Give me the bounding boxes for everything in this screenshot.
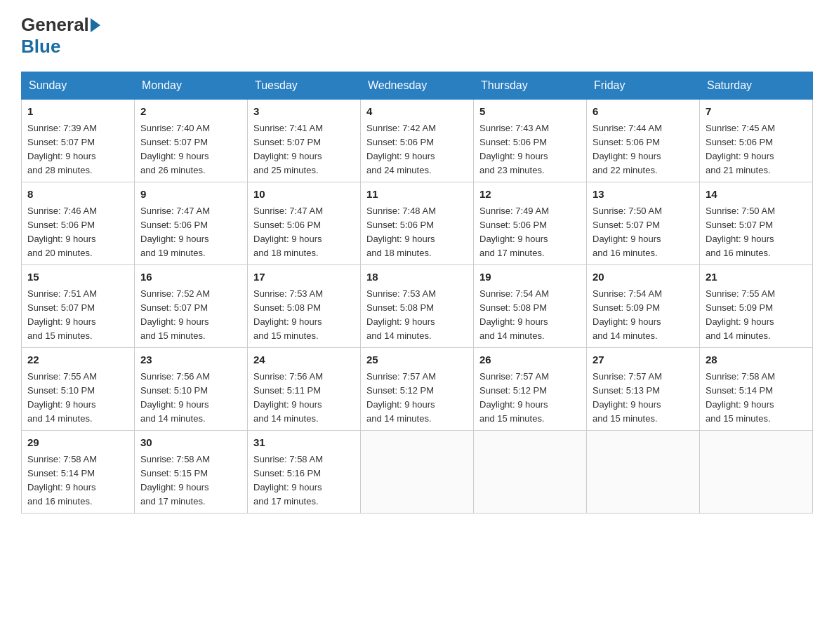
calendar-cell (474, 431, 587, 514)
day-number: 14 (706, 187, 807, 203)
calendar-cell: 12 Sunrise: 7:49 AMSunset: 5:06 PMDaylig… (474, 182, 587, 265)
calendar-cell: 23 Sunrise: 7:56 AMSunset: 5:10 PMDaylig… (135, 348, 248, 431)
calendar-table: SundayMondayTuesdayWednesdayThursdayFrid… (21, 72, 813, 514)
day-number: 18 (366, 269, 468, 286)
calendar-cell: 30 Sunrise: 7:58 AMSunset: 5:15 PMDaylig… (135, 431, 248, 514)
day-number: 19 (479, 269, 581, 286)
day-info: Sunrise: 7:53 AMSunset: 5:08 PMDaylight:… (366, 288, 436, 341)
calendar-cell: 13 Sunrise: 7:50 AMSunset: 5:07 PMDaylig… (587, 182, 700, 265)
day-number: 30 (140, 435, 241, 451)
calendar-cell: 7 Sunrise: 7:45 AMSunset: 5:06 PMDayligh… (700, 100, 813, 182)
logo-blue-text: Blue (21, 36, 60, 58)
weekday-header-saturday: Saturday (700, 72, 813, 100)
calendar-cell: 19 Sunrise: 7:54 AMSunset: 5:08 PMDaylig… (474, 265, 587, 348)
calendar-cell: 24 Sunrise: 7:56 AMSunset: 5:11 PMDaylig… (248, 348, 361, 431)
day-number: 1 (27, 104, 128, 120)
day-number: 17 (253, 269, 355, 286)
calendar-cell: 10 Sunrise: 7:47 AMSunset: 5:06 PMDaylig… (248, 182, 361, 265)
weekday-header-friday: Friday (587, 72, 700, 100)
day-info: Sunrise: 7:56 AMSunset: 5:10 PMDaylight:… (140, 371, 210, 424)
calendar-cell (587, 431, 700, 514)
day-info: Sunrise: 7:55 AMSunset: 5:10 PMDaylight:… (27, 371, 97, 424)
day-info: Sunrise: 7:55 AMSunset: 5:09 PMDaylight:… (706, 288, 775, 341)
day-info: Sunrise: 7:51 AMSunset: 5:07 PMDaylight:… (27, 288, 97, 341)
day-info: Sunrise: 7:49 AMSunset: 5:06 PMDaylight:… (479, 206, 549, 258)
day-info: Sunrise: 7:50 AMSunset: 5:07 PMDaylight:… (706, 206, 775, 258)
calendar-cell (700, 431, 813, 514)
day-number: 12 (479, 187, 581, 203)
calendar-week-2: 8 Sunrise: 7:46 AMSunset: 5:06 PMDayligh… (22, 182, 813, 265)
day-number: 26 (479, 352, 581, 368)
calendar-cell: 25 Sunrise: 7:57 AMSunset: 5:12 PMDaylig… (361, 348, 474, 431)
day-number: 13 (593, 187, 694, 203)
day-number: 7 (706, 104, 807, 120)
day-info: Sunrise: 7:53 AMSunset: 5:08 PMDaylight:… (253, 288, 323, 341)
day-number: 21 (706, 269, 807, 286)
logo-general-text: General (21, 14, 89, 36)
weekday-header-monday: Monday (135, 72, 248, 100)
weekday-header-thursday: Thursday (474, 72, 587, 100)
day-info: Sunrise: 7:58 AMSunset: 5:14 PMDaylight:… (706, 371, 775, 424)
calendar-cell: 4 Sunrise: 7:42 AMSunset: 5:06 PMDayligh… (361, 100, 474, 182)
calendar-week-1: 1 Sunrise: 7:39 AMSunset: 5:07 PMDayligh… (22, 100, 813, 182)
logo-arrow-icon (91, 18, 100, 32)
day-info: Sunrise: 7:54 AMSunset: 5:09 PMDaylight:… (593, 288, 662, 341)
calendar-cell: 6 Sunrise: 7:44 AMSunset: 5:06 PMDayligh… (587, 100, 700, 182)
day-number: 10 (253, 187, 355, 203)
day-info: Sunrise: 7:45 AMSunset: 5:06 PMDaylight:… (706, 123, 775, 175)
weekday-header-tuesday: Tuesday (248, 72, 361, 100)
day-info: Sunrise: 7:40 AMSunset: 5:07 PMDaylight:… (140, 123, 210, 175)
day-info: Sunrise: 7:57 AMSunset: 5:12 PMDaylight:… (479, 371, 549, 424)
day-info: Sunrise: 7:54 AMSunset: 5:08 PMDaylight:… (479, 288, 549, 341)
day-number: 24 (253, 352, 355, 368)
day-number: 25 (366, 352, 468, 368)
day-number: 23 (140, 352, 241, 368)
day-info: Sunrise: 7:57 AMSunset: 5:13 PMDaylight:… (593, 371, 662, 424)
day-number: 28 (706, 352, 807, 368)
calendar-cell: 18 Sunrise: 7:53 AMSunset: 5:08 PMDaylig… (361, 265, 474, 348)
page-header: General Blue (21, 14, 813, 58)
calendar-cell: 20 Sunrise: 7:54 AMSunset: 5:09 PMDaylig… (587, 265, 700, 348)
calendar-header-row: SundayMondayTuesdayWednesdayThursdayFrid… (22, 72, 813, 100)
day-info: Sunrise: 7:39 AMSunset: 5:07 PMDaylight:… (27, 123, 97, 175)
calendar-cell: 26 Sunrise: 7:57 AMSunset: 5:12 PMDaylig… (474, 348, 587, 431)
calendar-week-5: 29 Sunrise: 7:58 AMSunset: 5:14 PMDaylig… (22, 431, 813, 514)
calendar-cell: 1 Sunrise: 7:39 AMSunset: 5:07 PMDayligh… (22, 100, 135, 182)
day-info: Sunrise: 7:50 AMSunset: 5:07 PMDaylight:… (593, 206, 662, 258)
calendar-cell: 29 Sunrise: 7:58 AMSunset: 5:14 PMDaylig… (22, 431, 135, 514)
day-number: 8 (27, 187, 128, 203)
weekday-header-sunday: Sunday (22, 72, 135, 100)
calendar-cell: 31 Sunrise: 7:58 AMSunset: 5:16 PMDaylig… (248, 431, 361, 514)
day-info: Sunrise: 7:44 AMSunset: 5:06 PMDaylight:… (593, 123, 662, 175)
calendar-cell: 9 Sunrise: 7:47 AMSunset: 5:06 PMDayligh… (135, 182, 248, 265)
day-number: 5 (479, 104, 581, 120)
calendar-cell (361, 431, 474, 514)
calendar-cell: 28 Sunrise: 7:58 AMSunset: 5:14 PMDaylig… (700, 348, 813, 431)
day-number: 20 (593, 269, 694, 286)
day-number: 3 (253, 104, 355, 120)
calendar-week-4: 22 Sunrise: 7:55 AMSunset: 5:10 PMDaylig… (22, 348, 813, 431)
day-info: Sunrise: 7:47 AMSunset: 5:06 PMDaylight:… (140, 206, 210, 258)
logo: General Blue (21, 14, 102, 58)
calendar-cell: 11 Sunrise: 7:48 AMSunset: 5:06 PMDaylig… (361, 182, 474, 265)
day-info: Sunrise: 7:57 AMSunset: 5:12 PMDaylight:… (366, 371, 436, 424)
calendar-cell: 3 Sunrise: 7:41 AMSunset: 5:07 PMDayligh… (248, 100, 361, 182)
calendar-cell: 17 Sunrise: 7:53 AMSunset: 5:08 PMDaylig… (248, 265, 361, 348)
calendar-cell: 5 Sunrise: 7:43 AMSunset: 5:06 PMDayligh… (474, 100, 587, 182)
day-number: 31 (253, 435, 355, 451)
day-info: Sunrise: 7:46 AMSunset: 5:06 PMDaylight:… (27, 206, 97, 258)
day-info: Sunrise: 7:48 AMSunset: 5:06 PMDaylight:… (366, 206, 436, 258)
day-info: Sunrise: 7:41 AMSunset: 5:07 PMDaylight:… (253, 123, 323, 175)
day-number: 16 (140, 269, 241, 286)
day-number: 22 (27, 352, 128, 368)
calendar-cell: 16 Sunrise: 7:52 AMSunset: 5:07 PMDaylig… (135, 265, 248, 348)
day-number: 11 (366, 187, 468, 203)
calendar-cell: 15 Sunrise: 7:51 AMSunset: 5:07 PMDaylig… (22, 265, 135, 348)
calendar-cell: 8 Sunrise: 7:46 AMSunset: 5:06 PMDayligh… (22, 182, 135, 265)
calendar-cell: 21 Sunrise: 7:55 AMSunset: 5:09 PMDaylig… (700, 265, 813, 348)
day-info: Sunrise: 7:56 AMSunset: 5:11 PMDaylight:… (253, 371, 323, 424)
calendar-cell: 22 Sunrise: 7:55 AMSunset: 5:10 PMDaylig… (22, 348, 135, 431)
day-number: 2 (140, 104, 241, 120)
day-number: 15 (27, 269, 128, 286)
day-info: Sunrise: 7:58 AMSunset: 5:14 PMDaylight:… (27, 454, 97, 507)
